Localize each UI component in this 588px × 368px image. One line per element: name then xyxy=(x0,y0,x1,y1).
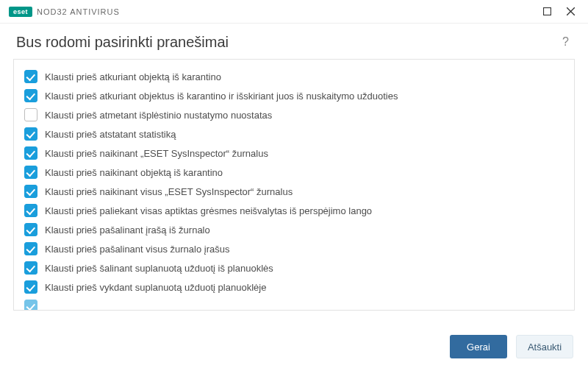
checkbox[interactable] xyxy=(24,261,37,275)
list-item-label: Klausti prieš paliekant visas aptiktas g… xyxy=(45,205,372,216)
list-item-label: Klausti prieš atkuriant objektus iš kara… xyxy=(45,91,398,102)
list-item: Klausti prieš vykdant suplanuotą užduotį… xyxy=(23,277,565,297)
footer: Gerai Atšaukti xyxy=(0,325,588,368)
list-item-label: Klausti prieš naikinant objektą iš karan… xyxy=(45,167,223,178)
checkbox[interactable] xyxy=(24,242,37,255)
list-item: Klausti prieš šalinant suplanuotą užduot… xyxy=(23,258,565,277)
list-item: Klausti prieš pašalinant visus žurnalo į… xyxy=(23,239,565,258)
list-item: Klausti prieš naikinant objektą iš karan… xyxy=(23,163,565,182)
checkbox[interactable] xyxy=(24,223,37,236)
header: Bus rodomi pasirinkti pranešimai ? xyxy=(0,24,588,59)
product-name: NOD32 ANTIVIRUS xyxy=(37,7,120,16)
list-item-label: Klausti prieš atstatant statistiką xyxy=(45,129,176,140)
checkbox[interactable] xyxy=(24,204,37,217)
list-item: Klausti prieš atkuriant objektus iš kara… xyxy=(23,86,565,105)
checkbox[interactable] xyxy=(24,127,37,141)
list-item-label: Klausti prieš naikinant „ESET SysInspect… xyxy=(45,148,268,159)
list-item-label: Klausti prieš atkuriant objektą iš karan… xyxy=(45,71,221,82)
page-title: Bus rodomi pasirinkti pranešimai xyxy=(16,34,229,51)
checkbox[interactable] xyxy=(24,185,37,198)
list-item: Klausti prieš atstatant statistiką xyxy=(23,124,565,144)
list-item: Klausti prieš naikinant „ESET SysInspect… xyxy=(23,144,565,163)
list-item-label: Klausti prieš šalinant suplanuotą užduot… xyxy=(45,263,273,274)
help-icon: ? xyxy=(562,35,569,48)
window-maximize-button[interactable] xyxy=(535,1,559,22)
list-item-label: Klausti prieš vykdant suplanuotą užduotį… xyxy=(45,282,266,293)
close-icon xyxy=(567,7,575,15)
list-item: Klausti prieš pašalinant įrašą iš žurnal… xyxy=(23,220,565,239)
list-item-label: Klausti prieš pašalinant visus žurnalo į… xyxy=(45,244,229,255)
checkbox[interactable] xyxy=(24,108,37,121)
checkbox[interactable] xyxy=(24,280,37,294)
list-item: Klausti prieš atmetant išplėstinio nusta… xyxy=(23,105,565,124)
svg-rect-0 xyxy=(543,8,551,15)
ok-button[interactable]: Gerai xyxy=(450,335,507,358)
list-item: Klausti prieš atkuriant objektą iš karan… xyxy=(23,67,565,86)
window-close-button[interactable] xyxy=(559,1,582,22)
list-item: Klausti prieš paliekant visas aptiktas g… xyxy=(23,201,565,220)
list-item-label: Klausti prieš pašalinant įrašą iš žurnal… xyxy=(45,224,210,236)
titlebar: eset NOD32 ANTIVIRUS xyxy=(0,0,588,24)
list-item-label: Klausti prieš naikinant visus „ESET SysI… xyxy=(45,186,293,197)
list-item-label: Klausti prieš atmetant išplėstinio nusta… xyxy=(45,110,272,121)
checkbox[interactable] xyxy=(24,166,37,179)
settings-list: Klausti prieš atkuriant objektą iš karan… xyxy=(13,59,575,311)
list-item: Klausti prieš naikinant visus „ESET SysI… xyxy=(23,182,565,201)
square-icon xyxy=(543,7,551,15)
brand-badge: eset xyxy=(9,7,32,17)
checkbox[interactable] xyxy=(24,70,37,83)
list-item xyxy=(23,297,565,310)
settings-list-scroll[interactable]: Klausti prieš atkuriant objektą iš karan… xyxy=(14,60,574,310)
checkbox[interactable] xyxy=(24,146,37,160)
checkbox[interactable] xyxy=(24,300,37,310)
cancel-button[interactable]: Atšaukti xyxy=(516,335,573,358)
help-button[interactable]: ? xyxy=(559,32,572,52)
checkbox[interactable] xyxy=(24,89,37,102)
